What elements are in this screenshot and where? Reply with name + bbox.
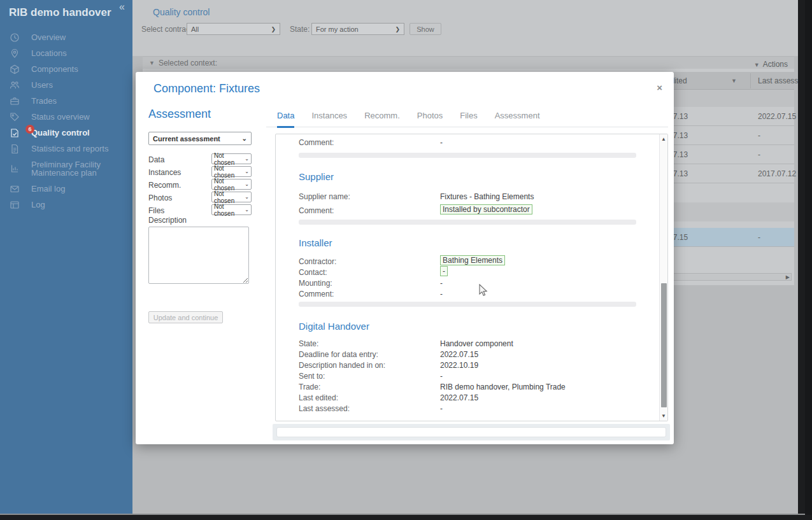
- notification-badge: 6: [25, 125, 34, 134]
- sidebar-item-status-overview[interactable]: Status overview: [0, 109, 132, 125]
- screen-edge: [0, 515, 812, 520]
- cube-icon: [10, 64, 20, 74]
- page-header: Quality control Select contract: All ❯︎ …: [132, 0, 798, 56]
- tab-data[interactable]: Data: [277, 111, 294, 128]
- sidebar-item-overview[interactable]: Overview: [0, 29, 132, 45]
- sidebar-item-email-log[interactable]: Email log: [0, 181, 132, 197]
- field-label: Deadline for data entry:: [299, 350, 378, 359]
- criterion-row-files: Files Not chosen⌄: [148, 204, 252, 217]
- scroll-up-arrow-icon[interactable]: ▲: [660, 136, 667, 142]
- assessment-version-select[interactable]: Current assessment ⌄: [148, 132, 252, 145]
- sidebar-item-label: Log: [31, 200, 45, 209]
- field-label: Contact:: [299, 268, 327, 277]
- sidebar-item-label: Locations: [31, 48, 67, 58]
- close-icon[interactable]: ×: [657, 82, 662, 93]
- project-title: RIB demo handover: [9, 6, 111, 19]
- criterion-value: Not chosen: [214, 152, 245, 166]
- field-value: -: [440, 138, 443, 147]
- dialog-footer-strip: [273, 424, 670, 440]
- data-row: Comment: -: [276, 288, 659, 299]
- sidebar-item-maintenance-plan[interactable]: Preliminary Facility Maintenance plan: [0, 157, 132, 181]
- dialog-footer-bar: [276, 427, 666, 437]
- criterion-recomm-select[interactable]: Not chosen⌄: [211, 179, 252, 190]
- sidebar-item-locations[interactable]: Locations: [0, 45, 132, 61]
- selected-context-label: Selected context:: [159, 59, 217, 67]
- overview-icon: [10, 32, 20, 43]
- update-and-continue-button[interactable]: Update and continue: [148, 311, 223, 323]
- cell-last-assessed: -: [758, 233, 760, 242]
- criterion-photos-select[interactable]: Not chosen⌄: [211, 192, 252, 202]
- users-icon: [10, 80, 20, 90]
- assessment-heading: Assessment: [148, 108, 211, 121]
- sidebar-item-label: Statistics and reports: [31, 144, 108, 153]
- criterion-value: Not chosen: [214, 178, 245, 192]
- sidebar-item-quality-control[interactable]: 6 Quality control: [0, 125, 132, 141]
- field-value: 2022.10.19: [440, 361, 478, 370]
- sidebar-item-components[interactable]: Components: [0, 61, 132, 77]
- cell-last-assessed: 2022.07.15: [758, 112, 796, 121]
- field-value: RIB demo handover, Plumbing Trade: [440, 383, 566, 391]
- show-button[interactable]: Show: [410, 23, 441, 35]
- criterion-value: Not chosen: [214, 203, 245, 217]
- tab-files[interactable]: Files: [460, 111, 477, 127]
- section-heading-digital-handover: Digital Handover: [299, 321, 369, 332]
- tab-photos[interactable]: Photos: [417, 111, 443, 127]
- state-select[interactable]: For my action ❯︎: [311, 23, 404, 35]
- scroll-down-arrow-icon[interactable]: ▼: [660, 413, 667, 419]
- sidebar-collapse-icon[interactable]: «: [119, 1, 125, 13]
- data-row: Contractor: Bathing Elements: [276, 256, 659, 267]
- field-value: -: [440, 279, 443, 288]
- page-title: Quality control: [153, 7, 210, 17]
- criterion-value: Not chosen: [214, 165, 245, 179]
- sidebar-item-statistics-reports[interactable]: Statistics and reports: [0, 141, 132, 157]
- criterion-instances-select[interactable]: Not chosen⌄: [211, 166, 252, 177]
- scroll-right-arrow-icon[interactable]: ▶: [786, 274, 790, 281]
- contract-select[interactable]: All ❯︎: [187, 23, 280, 35]
- criterion-label: Data: [148, 155, 164, 164]
- tab-instances[interactable]: Instances: [311, 111, 347, 127]
- application-window: RIB demo handover « Overview Locations C…: [0, 0, 805, 515]
- section-divider: [299, 153, 636, 158]
- field-label: Trade:: [299, 383, 320, 391]
- tab-assessment[interactable]: Assessment: [495, 111, 540, 127]
- field-label: Last edited:: [299, 393, 338, 402]
- tag-icon: [10, 112, 20, 122]
- sidebar-item-label: Users: [31, 80, 53, 90]
- briefcase-icon: [10, 96, 20, 106]
- sidebar-item-log[interactable]: Log: [0, 197, 132, 213]
- data-tab-scroll-panel: Comment: - Supplier Supplier name: Fixtu…: [275, 134, 668, 421]
- criterion-files-select[interactable]: Not chosen⌄: [211, 204, 252, 215]
- actions-label: Actions: [763, 60, 788, 69]
- actions-triangle-icon: ▼: [754, 62, 760, 68]
- filter-icon[interactable]: ▼: [731, 78, 737, 84]
- criterion-label: Recomm.: [148, 181, 181, 190]
- mouse-cursor: [479, 284, 488, 300]
- data-row: Last edited: 2022.07.15: [276, 392, 659, 403]
- data-tab-content: Comment: - Supplier Supplier name: Fixtu…: [276, 134, 659, 421]
- field-label: Description handed in on:: [299, 361, 385, 370]
- chevron-down-icon: ⌄: [245, 181, 249, 187]
- sidebar-item-label: Email log: [31, 184, 65, 193]
- data-row: Description handed in on: 2022.10.19: [276, 360, 659, 370]
- data-row: Last assessed: -: [276, 403, 659, 414]
- selected-context-bar[interactable]: ▼ Selected context:: [143, 56, 794, 69]
- report-document-icon: [10, 144, 20, 154]
- sidebar-item-trades[interactable]: Trades: [0, 93, 132, 109]
- field-label: Contractor:: [299, 257, 336, 266]
- field-label: Comment:: [299, 206, 334, 215]
- description-textarea[interactable]: [148, 227, 249, 284]
- criterion-data-select[interactable]: Not chosen⌄: [211, 153, 252, 164]
- tab-recomm[interactable]: Recomm.: [364, 111, 400, 127]
- chevron-down-icon: ⌄: [245, 207, 249, 213]
- scrollbar-thumb[interactable]: [661, 283, 667, 407]
- actions-menu[interactable]: ▼Actions: [754, 60, 788, 69]
- sidebar-item-users[interactable]: Users: [0, 77, 132, 93]
- sidebar-item-label: Quality control: [31, 128, 90, 137]
- criterion-label: Instances: [148, 168, 181, 177]
- vertical-scrollbar[interactable]: ▲ ▼: [659, 134, 667, 421]
- field-value: Handover component: [440, 339, 513, 348]
- data-row: Mounting: -: [276, 278, 659, 288]
- criterion-value: Not chosen: [214, 190, 245, 204]
- state-select-value: For my action: [316, 25, 359, 33]
- chevron-down-icon: ⌄: [245, 156, 249, 162]
